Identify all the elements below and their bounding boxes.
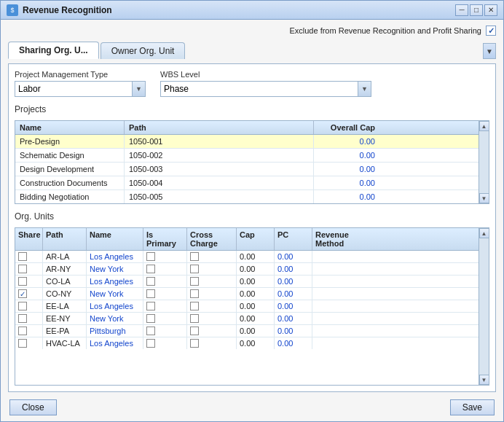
share-checkbox-1[interactable] (18, 252, 27, 261)
crosscharge-checkbox-3[interactable] (190, 277, 199, 286)
proj-name-5: Bidding Negotiation (15, 190, 125, 203)
table-row[interactable]: CO-LA Los Angeles 0.00 0.00 (15, 276, 479, 288)
org-share-2[interactable] (15, 263, 43, 275)
table-row[interactable]: CO-NY New York 0.00 0.00 (15, 288, 479, 300)
table-row[interactable]: Pre-Design 1050-001 0.00 (15, 135, 479, 149)
org-scroll-track[interactable] (479, 238, 489, 375)
share-checkbox-3[interactable] (18, 277, 27, 286)
org-share-7[interactable] (15, 325, 43, 337)
org-scroll-up-button[interactable]: ▲ (479, 228, 489, 238)
org-isprimary-4[interactable] (143, 288, 187, 300)
projects-col-path: Path (125, 121, 314, 134)
org-isprimary-7[interactable] (143, 325, 187, 337)
org-cap-6: 0.00 (237, 313, 275, 324)
table-row[interactable]: HVAC-LA Los Angeles 0.00 0.00 (15, 337, 479, 349)
tab-sharing-org[interactable]: Sharing Org. U... (8, 42, 99, 59)
table-row[interactable]: Design Development 1050-003 0.00 (15, 163, 479, 176)
isprimary-checkbox-8[interactable] (146, 339, 155, 348)
org-units-table: Share Path Name Is Primary Cross Charge … (15, 227, 489, 386)
org-isprimary-1[interactable] (143, 251, 187, 262)
projects-scrollbar[interactable]: ▲ ▼ (479, 121, 489, 203)
org-share-6[interactable] (15, 313, 43, 324)
isprimary-checkbox-2[interactable] (146, 265, 155, 273)
isprimary-checkbox-1[interactable] (146, 252, 155, 261)
org-share-3[interactable] (15, 276, 43, 287)
org-crosscharge-7[interactable] (187, 325, 237, 337)
crosscharge-checkbox-6[interactable] (190, 314, 199, 323)
exclude-checkbox[interactable] (486, 26, 496, 36)
org-crosscharge-3[interactable] (187, 276, 237, 287)
scroll-down-button[interactable]: ▼ (479, 193, 489, 203)
table-row[interactable]: EE-PA Pittsburgh 0.00 0.00 (15, 325, 479, 337)
project-mgmt-type-select[interactable]: Labor ▼ (15, 81, 146, 97)
org-units-scrollbar[interactable]: ▲ ▼ (479, 228, 489, 385)
wbs-level-select[interactable]: Phase ▼ (160, 81, 371, 97)
scroll-track[interactable] (479, 131, 489, 193)
share-checkbox-2[interactable] (18, 265, 27, 273)
org-share-4[interactable] (15, 288, 43, 300)
isprimary-checkbox-7[interactable] (146, 327, 155, 335)
org-crosscharge-2[interactable] (187, 263, 237, 275)
table-row[interactable]: EE-LA Los Angeles 0.00 0.00 (15, 300, 479, 313)
org-share-5[interactable] (15, 300, 43, 312)
isprimary-checkbox-3[interactable] (146, 277, 155, 286)
minimize-button[interactable]: ─ (455, 4, 468, 16)
isprimary-checkbox-5[interactable] (146, 302, 155, 310)
org-name-2: New York (87, 263, 143, 275)
crosscharge-checkbox-2[interactable] (190, 265, 199, 273)
org-units-section-label: Org. Units (15, 211, 489, 222)
isprimary-checkbox-6[interactable] (146, 314, 155, 323)
table-row[interactable]: Bidding Negotiation 1050-005 0.00 (15, 190, 479, 203)
org-units-table-inner: Share Path Name Is Primary Cross Charge … (15, 228, 479, 385)
tabs-dropdown-button[interactable]: ▼ (483, 43, 496, 59)
org-crosscharge-6[interactable] (187, 313, 237, 324)
proj-path-3: 1050-003 (125, 163, 314, 176)
org-col-revmethod: Revenue Method (312, 228, 371, 250)
maximize-button[interactable]: □ (470, 4, 483, 16)
org-isprimary-5[interactable] (143, 300, 187, 312)
org-pc-5: 0.00 (275, 300, 312, 312)
table-row[interactable]: Schematic Design 1050-002 0.00 (15, 149, 479, 163)
table-row[interactable]: Construction Documents 1050-004 0.00 (15, 176, 479, 190)
org-col-name: Name (87, 228, 143, 250)
crosscharge-checkbox-8[interactable] (190, 339, 199, 348)
share-checkbox-7[interactable] (18, 327, 27, 335)
org-crosscharge-8[interactable] (187, 337, 237, 349)
projects-col-cap: Overall Cap (314, 121, 379, 134)
org-pc-8: 0.00 (275, 337, 312, 349)
org-col-isprimary: Is Primary (143, 228, 187, 250)
share-checkbox-8[interactable] (18, 339, 27, 348)
org-scroll-down-button[interactable]: ▼ (479, 375, 489, 385)
crosscharge-checkbox-1[interactable] (190, 252, 199, 261)
proj-cap-3: 0.00 (314, 163, 379, 176)
org-isprimary-3[interactable] (143, 276, 187, 287)
crosscharge-checkbox-4[interactable] (190, 289, 199, 298)
org-isprimary-2[interactable] (143, 263, 187, 275)
table-row[interactable]: EE-NY New York 0.00 0.00 (15, 313, 479, 325)
crosscharge-checkbox-5[interactable] (190, 302, 199, 310)
org-path-8: HVAC-LA (43, 337, 87, 349)
org-share-1[interactable] (15, 251, 43, 262)
org-crosscharge-5[interactable] (187, 300, 237, 312)
org-crosscharge-4[interactable] (187, 288, 237, 300)
share-checkbox-5[interactable] (18, 302, 27, 310)
org-isprimary-8[interactable] (143, 337, 187, 349)
window-title: Revenue Recognition (23, 5, 112, 15)
close-button[interactable]: ✕ (484, 4, 497, 16)
org-share-8[interactable] (15, 337, 43, 349)
table-row[interactable]: AR-LA Los Angeles 0.00 0.00 (15, 251, 479, 263)
share-checkbox-4[interactable] (18, 289, 27, 298)
scroll-up-button[interactable]: ▲ (479, 121, 489, 131)
table-row[interactable]: AR-NY New York 0.00 0.00 (15, 263, 479, 276)
isprimary-checkbox-4[interactable] (146, 289, 155, 298)
close-button[interactable]: Close (9, 399, 57, 415)
org-crosscharge-1[interactable] (187, 251, 237, 262)
org-isprimary-6[interactable] (143, 313, 187, 324)
org-cap-7: 0.00 (237, 325, 275, 337)
tab-owner-org[interactable]: Owner Org. Unit (101, 42, 186, 59)
share-checkbox-6[interactable] (18, 314, 27, 323)
save-button[interactable]: Save (450, 399, 495, 415)
org-revmethod-4 (312, 288, 371, 300)
crosscharge-checkbox-7[interactable] (190, 327, 199, 335)
project-mgmt-type-label: Project Management Type (15, 70, 146, 79)
